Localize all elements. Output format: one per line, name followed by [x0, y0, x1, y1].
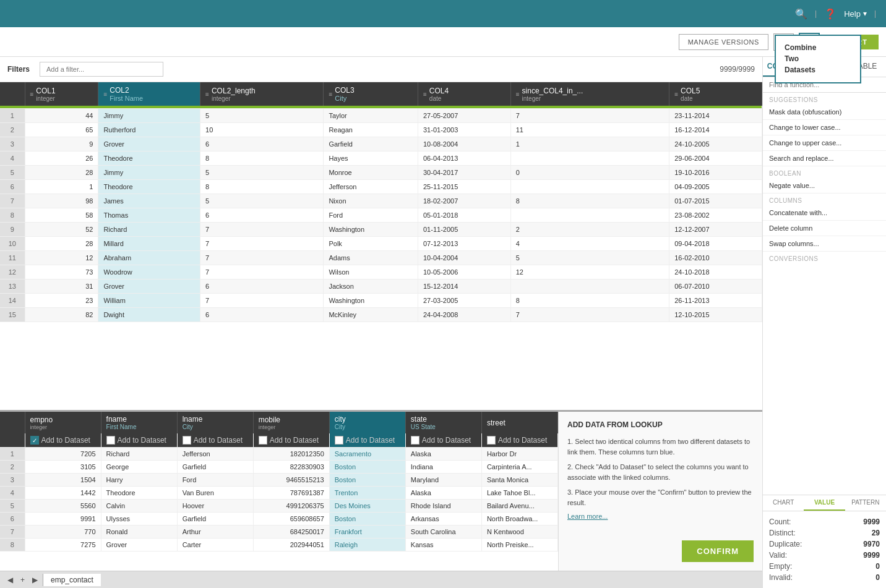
table-cell: 23: [25, 293, 98, 307]
table-cell: Harry: [101, 474, 177, 487]
row-number: 14: [0, 293, 25, 307]
col2-length-menu-icon[interactable]: ≡: [205, 91, 209, 98]
state-header[interactable]: state US State: [405, 412, 481, 433]
learn-more-link[interactable]: Learn more...: [567, 513, 754, 520]
suggestion-uppercase[interactable]: Change to upper case...: [763, 135, 886, 151]
lname-header[interactable]: lname City: [177, 412, 253, 433]
table-cell: 23-08-2002: [669, 208, 762, 222]
empno-checkbox[interactable]: ✓: [30, 436, 39, 445]
table-cell: 770: [25, 526, 101, 539]
mobile-add-check[interactable]: Add to Dataset: [253, 433, 329, 448]
state-add-check[interactable]: Add to Dataset: [405, 433, 481, 448]
fname-checkbox[interactable]: [106, 436, 115, 445]
suggestion-search-replace[interactable]: Search and replace...: [763, 151, 886, 166]
col4-menu-icon[interactable]: ≡: [423, 91, 427, 98]
table-cell: Carter: [177, 539, 253, 552]
manage-versions-button[interactable]: MANAGE VERSIONS: [679, 34, 768, 50]
mobile-checkbox[interactable]: [259, 436, 267, 445]
upper-table-container[interactable]: ≡ COL1 integer ≡ COL2: [0, 82, 762, 410]
city-header[interactable]: city City: [329, 412, 405, 433]
since-col4-menu-icon[interactable]: ≡: [516, 91, 520, 98]
col3-header[interactable]: ≡ COL3 City: [324, 82, 418, 106]
table-cell: Indiana: [405, 461, 481, 474]
table-cell: Ford: [324, 208, 418, 222]
suggestion-lowercase[interactable]: Change to lower case...: [763, 120, 886, 135]
table-cell: Van Buren: [177, 487, 253, 500]
col5-menu-icon[interactable]: ≡: [674, 91, 678, 98]
col1-header[interactable]: ≡ COL1 integer: [25, 82, 98, 106]
lname-checkbox[interactable]: [183, 436, 191, 445]
since-col4-header[interactable]: ≡ since_COL4_in_... integer: [510, 82, 669, 106]
fname-add-check[interactable]: Add to Dataset: [101, 433, 177, 448]
street-add-check[interactable]: Add to Dataset: [481, 433, 557, 448]
empty-label: Empty:: [769, 562, 792, 571]
table-cell: Washington: [324, 222, 418, 236]
col3-menu-icon[interactable]: ≡: [329, 91, 332, 98]
table-cell: 10-05-2006: [418, 265, 511, 279]
col1-menu-icon[interactable]: ≡: [30, 91, 34, 98]
col5-header[interactable]: ≡ COL5 date: [669, 82, 762, 106]
row-number: 5: [0, 165, 25, 179]
valid-label: Valid:: [769, 551, 787, 560]
search-icon[interactable]: 🔍: [795, 8, 807, 20]
filter-input[interactable]: [40, 62, 163, 77]
table-cell: 01-11-2005: [418, 222, 511, 236]
col2-header[interactable]: ≡ COL2 First Name: [98, 82, 200, 106]
row-number: 4: [0, 151, 25, 165]
table-cell: 25-11-2015: [418, 179, 511, 194]
tab-right-arrow[interactable]: ▶: [30, 574, 40, 586]
tab-chart[interactable]: CHART: [763, 495, 804, 511]
lname-add-check[interactable]: Add to Dataset: [177, 433, 253, 448]
city-checkbox[interactable]: [335, 436, 343, 445]
fname-header[interactable]: fname First Name: [101, 412, 177, 433]
concatenate-with[interactable]: Concatenate with...: [763, 205, 886, 221]
street-checkbox[interactable]: [487, 436, 496, 445]
table-cell: Kansas: [405, 539, 481, 552]
swap-columns[interactable]: Swap columns...: [763, 236, 886, 252]
delete-column[interactable]: Delete column: [763, 221, 886, 236]
tab-add-button[interactable]: +: [18, 574, 27, 586]
tab-value[interactable]: VALUE: [804, 495, 845, 511]
table-row: 39Grover6Garfield10-08-2004124-10-2005: [0, 137, 762, 151]
table-cell: 6: [200, 307, 324, 322]
list-item: 23105GeorgeGarfield822830903BostonIndian…: [0, 461, 558, 474]
table-cell: [510, 179, 669, 194]
state-checkbox[interactable]: [411, 436, 419, 445]
table-cell: 18-02-2007: [418, 194, 511, 208]
tab-left-arrow[interactable]: ◀: [5, 574, 15, 586]
table-cell: 12: [25, 250, 98, 265]
empno-add-check[interactable]: ✓ Add to Dataset: [25, 433, 101, 448]
city-add-check[interactable]: Add to Dataset: [329, 433, 405, 448]
row-number: 2: [0, 122, 25, 137]
tab-emp-contact[interactable]: emp_contact: [43, 574, 101, 586]
col4-header[interactable]: ≡ COL4 date: [418, 82, 511, 106]
table-cell: 27-03-2005: [418, 293, 511, 307]
confirm-button[interactable]: CONFIRM: [682, 540, 754, 562]
row-num-header: [0, 82, 25, 106]
help-button[interactable]: Help ▾: [844, 9, 867, 19]
list-item: 69991UlyssesGarfield659608657BostonArkan…: [0, 513, 558, 526]
table-cell: 24-10-2018: [669, 265, 762, 279]
table-cell: Jefferson: [324, 179, 418, 194]
table-cell: 26: [25, 151, 98, 165]
tab-pattern[interactable]: PATTERN: [845, 495, 886, 511]
row-number: 1: [0, 448, 25, 461]
col2-menu-icon[interactable]: ≡: [103, 91, 107, 98]
bottom-table-container[interactable]: empno integer fname First Name lname Cit…: [0, 412, 558, 571]
table-row: 144Jimmy5Taylor27-05-2007723-11-2014: [0, 108, 762, 122]
table-cell: 06-04-2013: [418, 151, 511, 165]
table-cell: Rutherford: [98, 122, 200, 137]
col2-length-header[interactable]: ≡ COL2_length integer: [200, 82, 324, 106]
boolean-negate[interactable]: Negate value...: [763, 178, 886, 194]
mobile-header[interactable]: mobile integer: [253, 412, 329, 433]
table-cell: South Carolina: [405, 526, 481, 539]
street-header[interactable]: street: [481, 412, 557, 433]
lookup-step2: 2. Check "Add to Dataset" to select the …: [567, 462, 754, 482]
suggestion-mask[interactable]: Mask data (obfuscation): [763, 104, 886, 120]
table-cell: 15-12-2014: [418, 279, 511, 293]
duplicate-value: 9970: [863, 540, 880, 548]
empno-header[interactable]: empno integer: [25, 412, 101, 433]
table-cell: 659608657: [253, 513, 329, 526]
count-value: 9999: [863, 518, 880, 526]
table-cell: N Kentwood: [481, 526, 557, 539]
